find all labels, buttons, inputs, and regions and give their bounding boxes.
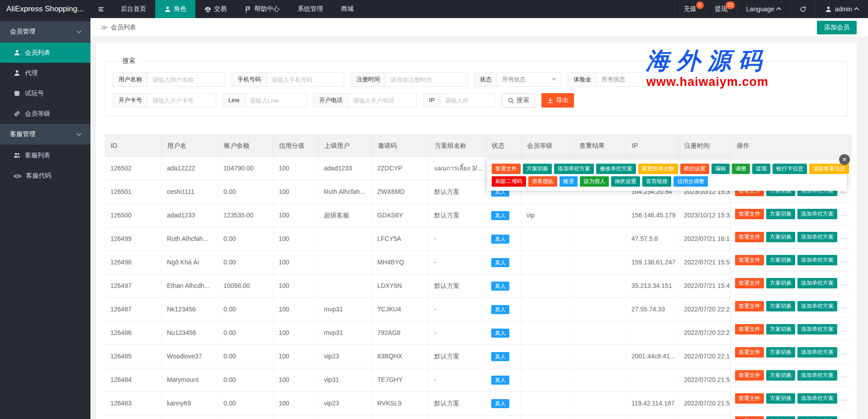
sidebar-group-5[interactable]: 客服管理 [0,124,90,145]
popup-action-方案切换[interactable]: 方案切换 [523,164,552,174]
sidebar-toggle-button[interactable] [90,0,112,18]
nav-item-0[interactable]: 后台首页 [112,0,155,18]
select-体验金[interactable]: 所有状态 [597,73,660,86]
more-actions-button[interactable]: ... [840,325,848,333]
col-header-2: 账户余额 [218,135,274,156]
nav-item-2[interactable]: 交易 [195,0,236,18]
popup-action-暗扣设置[interactable]: 暗扣设置 [680,164,709,174]
more-actions-button[interactable]: ... [840,372,848,379]
search-field-用户名称: 用户名称 [113,72,225,87]
sidebar-item-4[interactable]: 会员等级 [0,104,90,124]
input-用户名称[interactable] [148,73,225,86]
popup-action-设为假人[interactable]: 设为假人 [580,176,609,187]
withdraw-menu[interactable]: 提现 22 [706,0,737,18]
action-button-方案切换[interactable]: 方案切换 [766,255,795,265]
cell-balance: 0.00 [218,180,273,203]
cell-invite: TCJKU4 [372,298,429,321]
input-注册时间[interactable] [386,73,467,86]
popup-action-抽奖设置[interactable]: 抽奖设置 [611,176,640,187]
action-button-添加单控方案[interactable]: 添加单控方案 [797,416,837,419]
input-开户电话[interactable] [349,94,417,107]
cell-invite: VQJB4M [372,415,429,419]
popup-action-刷新二维码[interactable]: 刷新二维码 [492,176,526,187]
input-IP[interactable] [441,94,495,107]
recharge-menu[interactable]: 充值 0 [674,0,706,18]
action-button-添加单控方案[interactable]: 添加单控方案 [797,209,837,219]
language-menu[interactable]: Language [737,0,790,18]
action-button-签署文件[interactable]: 签署文件 [735,209,764,219]
popup-action-银行卡信息[interactable]: 银行卡信息 [773,164,807,174]
more-actions-button[interactable]: ... [840,279,848,287]
sidebar-group-0[interactable]: 会员管理 [0,21,90,42]
action-button-添加单控方案[interactable]: 添加单控方案 [797,255,837,265]
more-actions-button[interactable]: ... [840,256,848,264]
more-actions-button[interactable]: ... [840,395,848,402]
action-button-添加单控方案[interactable]: 添加单控方案 [797,324,837,334]
sidebar-item-6[interactable]: 客服列表 [0,145,90,165]
action-button-方案切换[interactable]: 方案切换 [766,232,795,242]
action-button-方案切换[interactable]: 方案切换 [766,301,795,311]
search-panel: 搜索 用户名称手机号码注册时间状态所有状态体验金所有状态 开户卡号Line开户电… [105,57,848,116]
action-button-签署文件[interactable]: 签署文件 [735,370,764,381]
input-Line[interactable] [246,94,307,107]
popup-action-重置抢单次数[interactable]: 重置抢单次数 [638,164,678,174]
popup-action-提现[interactable]: 提现 [752,164,770,174]
action-button-添加单控方案[interactable]: 添加单控方案 [797,393,837,404]
close-icon[interactable]: ✕ [839,154,850,165]
popup-action-签署文件[interactable]: 签署文件 [492,164,521,174]
popup-action-修改单控方案[interactable]: 修改单控方案 [596,164,636,174]
action-button-添加单控方案[interactable]: 添加单控方案 [797,370,837,381]
nav-item-3[interactable]: 帮助中心 [236,0,289,18]
input-开户卡号[interactable] [148,94,216,107]
popup-action-添加单控方案[interactable]: 添加单控方案 [554,164,594,174]
action-button-方案切换[interactable]: 方案切换 [766,370,795,381]
more-actions-button[interactable]: ... [840,348,848,356]
action-button-签署文件[interactable]: 签署文件 [735,255,764,265]
action-button-签署文件[interactable]: 签署文件 [735,347,764,358]
popup-action-编辑[interactable]: 编辑 [711,164,730,174]
select-状态[interactable]: 所有状态 [498,73,561,86]
cell-credit: 100 [273,298,318,321]
action-button-签署文件[interactable]: 签署文件 [735,416,764,419]
action-button-方案切换[interactable]: 方案切换 [766,209,795,219]
nav-item-5[interactable]: 商城 [332,0,363,18]
search-button[interactable]: 搜索 [502,93,535,108]
popup-action-首页链接[interactable]: 首页链接 [642,176,671,187]
action-button-方案切换[interactable]: 方案切换 [766,393,795,404]
action-button-方案切换[interactable]: 方案切换 [766,278,795,288]
action-button-添加单控方案[interactable]: 添加单控方案 [797,347,837,358]
sidebar-item-2[interactable]: 代理 [0,63,90,83]
input-手机号码[interactable] [267,73,344,86]
row-actions-126483: 签署文件方案切换添加单控方案... [730,387,852,410]
action-button-签署文件[interactable]: 签署文件 [735,301,764,311]
action-button-签署文件[interactable]: 签署文件 [735,278,764,288]
action-button-签署文件[interactable]: 签署文件 [735,324,764,334]
action-button-签署文件[interactable]: 签署文件 [735,232,764,242]
action-button-签署文件[interactable]: 签署文件 [735,393,764,404]
action-button-方案切换[interactable]: 方案切换 [766,324,795,334]
popup-action-清除签署信息[interactable]: 清除签署信息 [809,164,849,174]
sidebar-item-7[interactable]: </>客服代码 [0,165,90,186]
action-button-添加单控方案[interactable]: 添加单控方案 [797,301,837,311]
popup-action-信用分调整[interactable]: 信用分调整 [674,176,708,187]
cell-credit: 100 [273,180,318,203]
nav-item-1[interactable]: 角色 [155,0,195,18]
export-button[interactable]: 导出 [541,93,574,108]
more-actions-button[interactable]: ... [840,233,848,240]
refresh-icon [800,6,806,13]
user-menu[interactable]: admin [816,0,868,18]
sidebar-item-1[interactable]: 会员列表 [0,42,90,63]
action-button-方案切换[interactable]: 方案切换 [766,347,795,358]
sidebar-item-3[interactable]: 试玩号 [0,83,90,104]
action-button-方案切换[interactable]: 方案切换 [766,416,795,419]
more-actions-button[interactable]: ... [840,302,848,310]
refresh-button[interactable] [790,0,816,18]
nav-item-4[interactable]: 系统管理 [289,0,332,18]
add-member-button[interactable]: 添加会员 [817,21,857,34]
popup-action-调整[interactable]: 调整 [732,164,750,174]
action-button-添加单控方案[interactable]: 添加单控方案 [797,232,837,242]
more-actions-button[interactable]: ... [840,210,848,217]
popup-action-账变[interactable]: 账变 [560,176,578,187]
popup-action-查看团队[interactable]: 查看团队 [528,176,557,187]
action-button-添加单控方案[interactable]: 添加单控方案 [797,278,837,288]
